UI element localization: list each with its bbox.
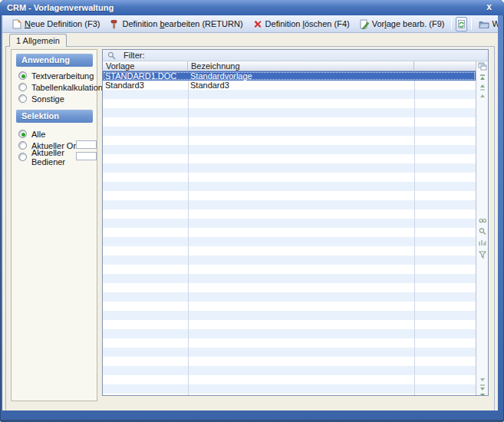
filter-bar[interactable]: Filter:: [103, 50, 488, 61]
radio-button-icon: [18, 71, 27, 80]
scroll-up-page-icon[interactable]: [478, 83, 487, 91]
table-row-empty[interactable]: [103, 200, 476, 209]
delete-x-icon: [252, 19, 262, 29]
cell-vorlage: STANDARD1.DOC: [103, 71, 188, 81]
column-header-bezeichnung[interactable]: Bezeichnung: [188, 61, 414, 71]
group-header-anwendung: Anwendung: [16, 54, 93, 67]
edit-pencil-icon: [359, 19, 369, 29]
table-row-empty[interactable]: [103, 320, 476, 329]
table-row-empty[interactable]: [103, 163, 476, 173]
radio-sonstige[interactable]: Sonstige: [18, 94, 64, 104]
radio-textverarbeitung[interactable]: Textverarbeitung: [18, 71, 94, 81]
table-row-empty[interactable]: [103, 366, 476, 375]
table-row-empty[interactable]: [103, 274, 476, 283]
table-row-empty[interactable]: [103, 145, 476, 154]
sort-icon[interactable]: [478, 239, 487, 247]
grid-side-strip: [476, 61, 488, 396]
column-header-vorlage[interactable]: Vorlage: [103, 61, 188, 71]
table-row-empty[interactable]: [103, 357, 476, 366]
table-row-empty[interactable]: [103, 108, 476, 117]
table-rows: STANDARD1.DOC Standardvorlage Standard3 …: [103, 71, 476, 396]
vorlage-bearbeiten-button[interactable]: Vorlage bearb. (F9): [354, 18, 450, 31]
table-row-empty[interactable]: [103, 348, 476, 357]
scroll-bottom-icon[interactable]: [478, 391, 487, 396]
radio-button-icon: [18, 83, 27, 91]
toolbar-separator: [471, 18, 472, 30]
table-row-empty[interactable]: [103, 182, 476, 191]
cell-bezeichnung: Standard3: [188, 81, 414, 90]
filter-label: Filter:: [124, 51, 145, 60]
column-chooser-icon[interactable]: [478, 62, 487, 71]
table-row-empty[interactable]: [103, 90, 476, 99]
filter-funnel-icon[interactable]: [478, 250, 487, 259]
zoom-icon[interactable]: [478, 227, 487, 236]
table-row-empty[interactable]: [103, 219, 476, 228]
table-row-empty[interactable]: [103, 283, 476, 292]
table-row-empty[interactable]: [103, 246, 476, 256]
folder-icon: [479, 19, 489, 29]
toolbar: Neue Definition (F3) Definition bearbeit…: [2, 15, 498, 33]
table-row-empty[interactable]: [103, 99, 476, 108]
table-row-empty[interactable]: [103, 173, 476, 182]
radio-button-icon: [18, 94, 27, 103]
cell-bezeichnung: Standardvorlage: [188, 71, 414, 81]
radio-alle[interactable]: Alle: [18, 129, 45, 139]
radio-tabellenkalkulation[interactable]: Tabellenkalkulation: [18, 82, 103, 92]
delete-definition-button[interactable]: Definition löschen (F4): [248, 18, 354, 31]
new-document-icon: [12, 19, 21, 29]
table-row-empty[interactable]: [103, 394, 476, 396]
table-row-empty[interactable]: [103, 265, 476, 274]
magnifier-icon: [107, 51, 116, 60]
bediener-input[interactable]: [76, 152, 97, 160]
window-title: CRM - Vorlagenverwaltung: [7, 3, 114, 12]
radio-button-icon: [18, 141, 27, 150]
table-row-empty[interactable]: [103, 292, 476, 302]
window-body: Neue Definition (F3) Definition bearbeit…: [2, 15, 498, 410]
group-header-selektion: Selektion: [16, 110, 93, 123]
table-row-empty[interactable]: [103, 228, 476, 237]
new-definition-button[interactable]: Neue Definition (F3): [7, 18, 104, 31]
table-row-empty[interactable]: [103, 256, 476, 265]
table-row-empty[interactable]: [103, 338, 476, 348]
table-row-empty[interactable]: [103, 136, 476, 145]
scroll-down-icon[interactable]: [478, 375, 487, 384]
radio-button-icon: [18, 130, 27, 138]
table-row-empty[interactable]: [103, 237, 476, 246]
table-row-empty[interactable]: [103, 384, 476, 394]
toolbar-separator: [451, 18, 452, 30]
refresh-button[interactable]: [456, 17, 467, 31]
title-bar: CRM - Vorlagenverwaltung x: [0, 0, 504, 15]
refresh-document-icon: [456, 19, 466, 29]
scroll-up-icon[interactable]: [478, 92, 487, 101]
table-row-empty[interactable]: [103, 302, 476, 311]
table-row-empty[interactable]: [103, 375, 476, 384]
edit-definition-button[interactable]: Definition bearbeiten (RETURN): [104, 18, 247, 31]
hammer-icon: [109, 19, 119, 29]
table-row-empty[interactable]: [103, 191, 476, 200]
cell-vorlage: Standard3: [103, 81, 188, 90]
table-row-empty[interactable]: [103, 117, 476, 127]
table-row-empty[interactable]: [103, 209, 476, 219]
column-header-empty[interactable]: [414, 61, 476, 71]
table-row[interactable]: Standard3 Standard3: [103, 81, 476, 90]
table-row-empty[interactable]: [103, 154, 476, 163]
template-grid: Filter: Vorlage Bezeichnung STANDARD1.DO…: [102, 49, 489, 396]
column-header-row: Vorlage Bezeichnung: [103, 61, 488, 71]
table-row-empty[interactable]: [103, 311, 476, 320]
radio-button-icon: [18, 153, 27, 161]
application-window: CRM - Vorlagenverwaltung x Neue Definiti…: [0, 0, 504, 422]
close-button[interactable]: x: [484, 0, 494, 15]
scroll-top-icon[interactable]: [478, 74, 487, 82]
sidebar: Anwendung Textverarbeitung Tabellenkalku…: [11, 49, 97, 401]
find-icon[interactable]: [478, 216, 487, 225]
table-row[interactable]: STANDARD1.DOC Standardvorlage: [103, 71, 476, 81]
tab-allgemein[interactable]: 1 Allgemein: [9, 34, 67, 47]
word-steuerformate-button[interactable]: Word-Steuerformate (F6): [474, 18, 498, 31]
table-row-empty[interactable]: [103, 329, 476, 338]
table-row-empty[interactable]: [103, 127, 476, 136]
